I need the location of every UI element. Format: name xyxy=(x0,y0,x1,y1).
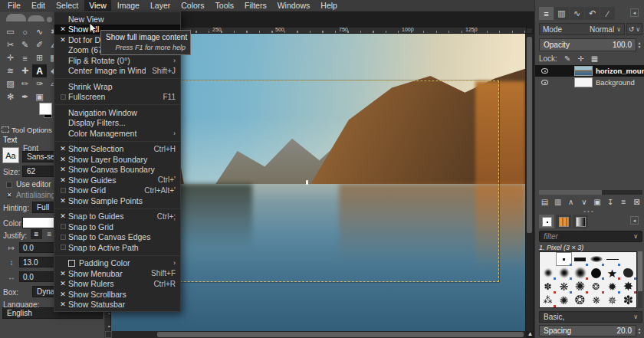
menubar-item-edit[interactable]: Edit xyxy=(27,0,50,11)
spacing-slider[interactable]: Spacing 20.0 xyxy=(539,325,636,336)
menu-item-snap-to-active-path[interactable]: Snap to Active Path xyxy=(54,242,180,253)
menu-item-show-sample-points[interactable]: ✕Show Sample Points xyxy=(54,195,180,206)
font-preview-button[interactable]: Aa xyxy=(2,147,19,163)
menu-item-fullscreen[interactable]: FullscreenF11 xyxy=(54,92,180,103)
visibility-eye-icon[interactable] xyxy=(541,68,548,74)
antialiasing-row[interactable]: ✕ Antialiasing xyxy=(6,191,55,199)
dock-tab-channels[interactable]: ▥ xyxy=(554,7,569,20)
brush-cell-17[interactable]: ✸ xyxy=(620,280,636,294)
dock-tab-gradients[interactable] xyxy=(573,215,588,228)
spacing-spinner[interactable]: ▲▼ xyxy=(636,325,642,336)
menu-item-show-statusbar[interactable]: ✕Show Statusbar xyxy=(54,300,180,310)
menu-item-show-selection[interactable]: ✕Show SelectionCtrl+H xyxy=(54,144,180,155)
use-editor-row[interactable]: Use editor xyxy=(6,180,51,189)
brush-cell-6[interactable] xyxy=(540,266,556,280)
justify-left-button[interactable]: ≡ xyxy=(31,229,42,239)
menubar-item-layer[interactable]: Layer xyxy=(146,0,175,11)
menu-item-padding-color[interactable]: Padding Color› xyxy=(54,258,180,269)
menu-item-show-layer-boundary[interactable]: ✕Show Layer Boundary xyxy=(54,154,180,165)
tool-warp-icon[interactable]: ≋ xyxy=(3,64,18,77)
dock-tab-layers[interactable]: ≡ xyxy=(539,7,554,20)
menubar-item-filters[interactable]: Filters xyxy=(240,0,271,11)
menu-item-show-guides[interactable]: ✕Show GuidesCtrl+' xyxy=(54,175,180,185)
tool-text-icon[interactable]: A xyxy=(32,64,47,77)
dock-tab-paths[interactable]: ∿ xyxy=(570,7,584,20)
brush-cell-23[interactable]: ✽ xyxy=(620,294,636,307)
menubar-item-windows[interactable]: Windows xyxy=(273,0,315,11)
menu-item-flip-rotate-0[interactable]: Flip & Rotate (0°)› xyxy=(54,55,180,66)
brush-cell-15[interactable]: ❂ xyxy=(588,280,604,294)
menu-item-navigation-window[interactable]: Navigation Window xyxy=(54,107,180,118)
tool-gradient-icon[interactable]: ▨ xyxy=(3,77,18,90)
menu-item-shrink-wrap[interactable]: Shrink Wrap xyxy=(54,81,180,92)
menu-item-show-scrollbars[interactable]: ✕Show Scrollbars xyxy=(54,289,180,300)
tool-ellipse-select-icon[interactable]: ○ xyxy=(18,25,32,38)
anchor-layer-button[interactable]: ↧ xyxy=(605,196,616,207)
mode-reset-buttons[interactable]: ↺ ∨ xyxy=(626,23,642,35)
tool-airbrush-icon[interactable]: ✻ xyxy=(3,90,18,103)
dock-tab-tool-preset[interactable]: ∕ xyxy=(600,7,615,20)
merge-layer-button[interactable]: ≡ xyxy=(618,196,629,207)
lock-alpha-icon[interactable]: ▦ xyxy=(591,54,598,63)
new-group-button[interactable]: ▥ xyxy=(552,196,564,207)
brush-cell-20[interactable]: ❂ xyxy=(572,294,588,307)
brush-cell-8[interactable] xyxy=(572,266,588,280)
canvas-horizontal-scrollbar[interactable] xyxy=(112,331,526,338)
brush-cell-18[interactable]: ⁂ xyxy=(540,294,556,307)
brush-cell-10[interactable]: ★ xyxy=(604,266,620,280)
tool-clone-icon[interactable]: ▣ xyxy=(32,90,47,103)
menu-item-color-management[interactable]: Color Management› xyxy=(54,128,180,139)
tool-color-picker-icon[interactable]: ✐ xyxy=(32,38,47,51)
menubar-item-colors[interactable]: Colors xyxy=(176,0,209,11)
dock-tab-brushes[interactable] xyxy=(539,215,554,228)
tool-free-select-icon[interactable]: ∿ xyxy=(32,25,47,38)
brush-cell-4[interactable] xyxy=(604,252,620,266)
layer-row-horizon-mountains-s[interactable]: horizon_mountains_s xyxy=(535,65,644,77)
menubar-item-tools[interactable]: Tools xyxy=(211,0,239,11)
brush-cell-22[interactable]: ✵ xyxy=(604,294,620,307)
brush-cell-1[interactable] xyxy=(556,252,572,266)
brush-cell-21[interactable]: ❋ xyxy=(588,294,604,307)
brush-cell-9[interactable] xyxy=(588,266,604,280)
opacity-slider[interactable]: Opacity 100.0 xyxy=(539,38,636,51)
tool-align-icon[interactable]: ≡ xyxy=(18,51,32,64)
menu-item-show-grid[interactable]: Show GridCtrl+Alt+' xyxy=(54,185,180,196)
menu-item-display-filters[interactable]: Display Filters... xyxy=(54,118,180,129)
tool-scissors-select-icon[interactable]: ✂ xyxy=(3,38,18,51)
tool-crop-icon[interactable]: ⊞ xyxy=(32,51,47,64)
canvas-vertical-scrollbar[interactable] xyxy=(526,34,533,331)
menu-item-new-view[interactable]: New View xyxy=(54,14,180,25)
menubar-item-image[interactable]: Image xyxy=(113,0,144,11)
menu-item-show-canvas-boundary[interactable]: ✕Show Canvas Boundary xyxy=(54,165,180,176)
menubar-item-select[interactable]: Select xyxy=(51,0,83,11)
menu-item-show-menubar[interactable]: ✕Show MenubarShift+F xyxy=(54,268,180,279)
tool-paths-icon[interactable]: ✎ xyxy=(18,38,32,51)
menu-item-snap-to-canvas-edges[interactable]: Snap to Canvas Edges xyxy=(54,232,180,243)
tool-ink-icon[interactable]: ✒ xyxy=(18,90,32,103)
lock-pixels-icon[interactable]: ✎ xyxy=(564,54,570,63)
brush-cell-3[interactable] xyxy=(588,252,604,266)
brush-cell-14[interactable]: ✺ xyxy=(572,280,588,294)
menu-item-snap-to-guides[interactable]: ✕Snap to GuidesCtrl+; xyxy=(54,212,180,222)
menu-item-show-rulers[interactable]: ✕Show RulersCtrl+R xyxy=(54,279,180,290)
foreground-color-swatch[interactable] xyxy=(39,103,52,115)
tool-heal-icon[interactable]: ✚ xyxy=(18,64,32,77)
duplicate-layer-button[interactable]: ▣ xyxy=(592,196,603,207)
delete-layer-button[interactable]: ⊠ xyxy=(631,196,642,207)
visibility-eye-icon[interactable] xyxy=(541,80,548,85)
brush-cell-16[interactable]: ✹ xyxy=(604,280,620,294)
tool-pencil-icon[interactable]: ✏ xyxy=(18,77,32,90)
lock-position-icon[interactable]: ✛ xyxy=(577,54,583,63)
lower-layer-button[interactable]: ∨ xyxy=(578,196,590,207)
antialiasing-checkbox[interactable]: ✕ xyxy=(6,192,12,199)
brush-cell-2[interactable] xyxy=(572,252,588,266)
tool-move-icon[interactable]: ✛ xyxy=(3,51,18,64)
menubar-item-help[interactable]: Help xyxy=(316,0,342,11)
opacity-spinner[interactable]: ▲▼ xyxy=(636,38,642,51)
brush-cell-0[interactable] xyxy=(540,252,556,266)
brush-cell-19[interactable]: ✺ xyxy=(556,294,572,307)
layer-mode-select[interactable]: Mode Normal ∨ xyxy=(539,23,625,35)
new-layer-button[interactable]: ▤ xyxy=(539,196,550,207)
brush-cell-13[interactable]: ❋ xyxy=(556,280,572,294)
brush-dock-menu-button[interactable]: ◂ xyxy=(630,216,639,225)
